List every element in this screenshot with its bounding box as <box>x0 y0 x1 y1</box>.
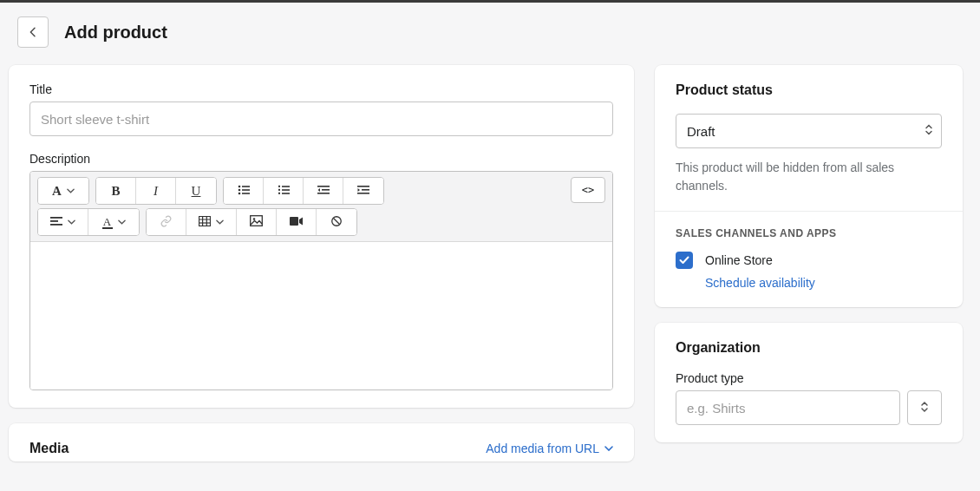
media-section-title: Media <box>29 441 69 456</box>
rte-number-list-button[interactable] <box>264 178 304 204</box>
svg-line-30 <box>334 218 340 224</box>
svg-rect-9 <box>282 189 290 191</box>
link-icon <box>160 215 173 230</box>
svg-rect-5 <box>242 193 250 194</box>
product-type-input[interactable] <box>676 390 900 425</box>
svg-rect-8 <box>278 188 280 190</box>
svg-point-0 <box>238 185 240 187</box>
heading-icon: A <box>52 184 62 199</box>
svg-rect-26 <box>251 216 263 226</box>
outdent-icon <box>317 185 330 198</box>
product-status-title: Product status <box>676 82 942 98</box>
svg-rect-11 <box>282 193 290 194</box>
select-chevrons-icon <box>920 401 929 416</box>
svg-rect-12 <box>317 186 330 187</box>
indent-icon <box>357 185 369 198</box>
rte-outdent-button[interactable] <box>304 178 343 204</box>
svg-rect-1 <box>242 186 250 187</box>
title-input[interactable] <box>29 101 613 136</box>
bold-icon: B <box>111 184 120 199</box>
number-list-icon <box>278 185 290 198</box>
check-icon <box>679 256 689 265</box>
page-title: Add product <box>64 23 167 43</box>
rte-align-dropdown[interactable] <box>38 209 88 235</box>
svg-rect-16 <box>362 189 369 191</box>
svg-point-2 <box>238 188 240 191</box>
clear-format-icon <box>330 215 343 230</box>
code-icon: <> <box>582 184 594 196</box>
description-textarea[interactable] <box>30 242 612 390</box>
schedule-availability-link[interactable]: Schedule availability <box>705 276 942 290</box>
svg-rect-10 <box>278 192 280 193</box>
title-label: Title <box>29 82 613 96</box>
align-icon <box>50 216 62 229</box>
rte-color-dropdown[interactable]: A <box>88 209 139 235</box>
svg-rect-19 <box>50 220 58 222</box>
rte-underline-button[interactable]: U <box>176 178 216 204</box>
svg-rect-15 <box>357 186 369 187</box>
product-type-label: Product type <box>676 371 942 385</box>
svg-rect-20 <box>50 224 62 226</box>
svg-rect-3 <box>242 189 250 191</box>
svg-rect-21 <box>199 216 211 226</box>
rte-italic-button[interactable]: I <box>136 178 176 204</box>
video-icon <box>290 216 303 229</box>
svg-rect-28 <box>290 217 298 226</box>
product-status-select[interactable] <box>676 114 942 148</box>
online-store-label: Online Store <box>705 253 773 267</box>
table-icon <box>199 216 211 229</box>
product-type-picker-button[interactable] <box>907 390 942 425</box>
rte-bullet-list-button[interactable] <box>224 178 264 204</box>
svg-rect-13 <box>322 189 330 191</box>
arrow-left-icon <box>26 25 40 39</box>
rte-image-button[interactable] <box>237 209 277 235</box>
image-icon <box>250 215 263 229</box>
sales-channels-heading: SALES CHANNELS AND APPS <box>676 227 942 239</box>
svg-point-27 <box>253 218 256 220</box>
chevron-down-icon <box>68 219 75 225</box>
bullet-list-icon <box>238 185 250 198</box>
svg-point-4 <box>238 192 240 194</box>
text-color-icon: A <box>102 216 113 229</box>
description-editor: A B I U <box>29 171 613 390</box>
back-button[interactable] <box>17 16 49 48</box>
rte-code-view-button[interactable]: <> <box>571 177 605 203</box>
chevron-down-icon <box>604 446 613 451</box>
svg-rect-7 <box>282 186 290 187</box>
rte-bold-button[interactable]: B <box>96 178 136 204</box>
status-helper-text: This product will be hidden from all sal… <box>676 159 942 195</box>
svg-rect-17 <box>357 193 369 194</box>
rte-table-dropdown[interactable] <box>186 209 237 235</box>
svg-rect-6 <box>278 185 280 187</box>
organization-title: Organization <box>676 340 942 356</box>
italic-icon: I <box>154 184 158 199</box>
svg-rect-18 <box>50 217 62 219</box>
add-media-from-url-link[interactable]: Add media from URL <box>486 442 613 455</box>
rte-link-button[interactable] <box>147 209 186 235</box>
underline-icon: U <box>192 184 201 199</box>
chevron-down-icon <box>118 219 126 225</box>
rte-video-button[interactable] <box>277 209 317 235</box>
rte-indent-button[interactable] <box>343 178 383 204</box>
online-store-checkbox[interactable] <box>676 252 693 269</box>
svg-rect-14 <box>317 193 330 194</box>
rte-clear-format-button[interactable] <box>317 209 356 235</box>
chevron-down-icon <box>67 188 75 193</box>
description-label: Description <box>29 152 613 166</box>
chevron-down-icon <box>216 219 224 225</box>
rte-heading-dropdown[interactable]: A <box>38 178 88 204</box>
